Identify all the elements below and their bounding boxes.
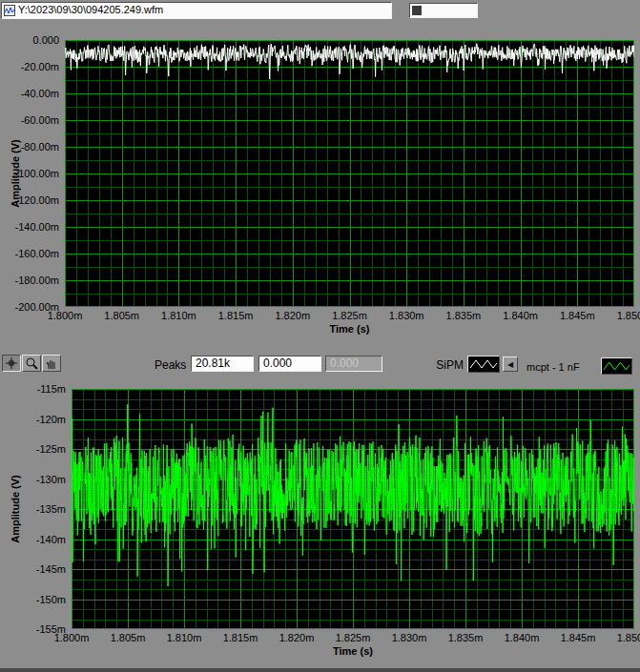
x-tick-label: 1.835m — [448, 632, 484, 643]
y-tick-label: -180.00m — [0, 275, 59, 286]
x-tick-label: 1.815m — [218, 310, 254, 321]
sipm-trace-legend-icon[interactable] — [467, 356, 500, 373]
legend-mcp-label[interactable]: mcpt - 1 nF — [526, 361, 580, 374]
x-axis-ticks: 1.800m1.805m1.810m1.815m1.820m1.825m1.83… — [72, 632, 634, 644]
x-tick-label: 1.845m — [560, 310, 595, 321]
x-tick-label: 1.805m — [111, 632, 146, 643]
hand-icon — [44, 356, 59, 370]
cursor-tool-button[interactable] — [2, 355, 21, 372]
y-tick-label: 0.000 — [0, 35, 59, 46]
sipm-waveform-plot[interactable] — [65, 40, 634, 307]
waveform-viewer-window: Y:\2023\09\30\094205.249.wfm Amplitude (… — [0, 0, 640, 672]
x-tick-label: 1.815m — [223, 632, 258, 643]
y-tick-label: -140m — [0, 534, 66, 544]
y-tick-label: -140.00m — [0, 222, 59, 233]
x-tick-label: 1.825m — [332, 310, 367, 321]
y-tick-label: -130m — [0, 474, 66, 484]
mcp-waveform-plot[interactable] — [72, 389, 634, 629]
peaks-label: Peaks — [155, 359, 186, 372]
x-tick-label: 1.810m — [161, 310, 196, 321]
y-tick-label: -60.00m — [0, 115, 59, 126]
y-tick-label: -115m — [0, 384, 66, 395]
peaks-value-field[interactable]: 20.81k — [191, 356, 254, 372]
pan-tool-button[interactable] — [42, 355, 61, 372]
aux-field[interactable] — [409, 3, 478, 18]
x-tick-label: 1.835m — [446, 310, 482, 321]
x-tick-label: 1.825m — [336, 632, 371, 643]
graph-toolbar: Peaks 20.81k 0.000 0.000 SiPM ◀ mcpt - 1… — [0, 351, 640, 383]
y-tick-label: -40.00m — [0, 89, 59, 99]
x-axis-label: Time (s) — [333, 645, 373, 657]
x-tick-label: 1.805m — [104, 310, 139, 321]
file-path-text: Y:\2023\09\30\094205.249.wfm — [18, 4, 163, 15]
x-tick-label: 1.830m — [389, 310, 424, 321]
value-field-3-disabled: 0.000 — [325, 356, 382, 372]
y-tick-label: -20.00m — [0, 62, 59, 72]
y-tick-label: -120m — [0, 414, 66, 424]
x-tick-label: 1.830m — [392, 632, 427, 643]
zoom-tool-button[interactable] — [22, 355, 41, 372]
y-tick-label: -160.00m — [0, 249, 59, 259]
waveform-file-icon — [4, 5, 15, 16]
legend-sipm-label[interactable]: SiPM — [429, 359, 464, 372]
mcp-trace-legend-icon[interactable] — [601, 357, 632, 375]
y-tick-label: -120.00m — [0, 195, 59, 206]
x-axis-ticks: 1.800m1.805m1.810m1.815m1.820m1.825m1.83… — [65, 310, 634, 322]
y-tick-label: -145m — [0, 564, 66, 575]
y-axis-ticks: 0.000-20.00m-40.00m-60.00m-80.00m-100.00… — [0, 40, 59, 307]
y-tick-label: -150m — [0, 594, 66, 604]
x-tick-label: 1.850m — [617, 632, 640, 643]
value-field-2[interactable]: 0.000 — [258, 356, 321, 372]
aux-field-icon — [412, 6, 422, 15]
x-tick-label: 1.810m — [167, 632, 202, 643]
x-tick-label: 1.820m — [275, 310, 310, 321]
legend-scroll-left-button[interactable]: ◀ — [503, 356, 518, 372]
y-tick-label: -80.00m — [0, 142, 59, 153]
magnifier-icon — [24, 356, 39, 370]
y-axis-ticks: -115m-120m-125m-130m-135m-140m-145m-150m… — [0, 389, 66, 629]
y-tick-label: -125m — [0, 444, 66, 455]
x-tick-label: 1.840m — [505, 632, 540, 643]
x-tick-label: 1.845m — [561, 632, 596, 643]
window-bottom-edge — [0, 668, 640, 672]
y-tick-label: -100.00m — [0, 169, 59, 179]
crosshair-icon — [4, 356, 19, 370]
x-tick-label: 1.820m — [279, 632, 315, 643]
file-path-input[interactable]: Y:\2023\09\30\094205.249.wfm — [1, 2, 392, 19]
x-tick-label: 1.840m — [503, 310, 538, 321]
x-tick-label: 1.800m — [54, 632, 90, 643]
x-axis-label: Time (s) — [330, 323, 370, 335]
x-tick-label: 1.800m — [48, 310, 83, 321]
x-tick-label: 1.850m — [617, 310, 640, 321]
y-tick-label: -135m — [0, 504, 66, 515]
